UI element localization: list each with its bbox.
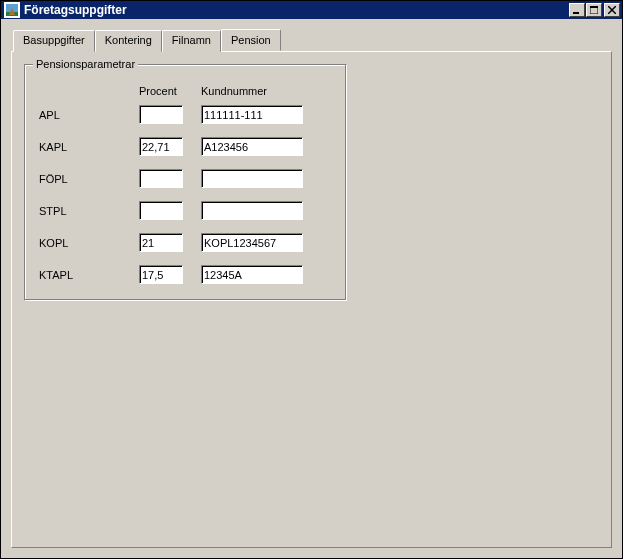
titlebar: Företagsuppgifter bbox=[1, 1, 622, 19]
maximize-button[interactable] bbox=[586, 3, 602, 17]
tab-filnamn[interactable]: Filnamn bbox=[162, 30, 221, 52]
input-ktapl-kundnummer[interactable] bbox=[201, 265, 303, 284]
input-stpl-kundnummer[interactable] bbox=[201, 201, 303, 220]
close-button[interactable] bbox=[604, 3, 620, 17]
app-window: Företagsuppgifter Basuppgifter Kontering… bbox=[0, 0, 623, 559]
label-kopl: KOPL bbox=[39, 237, 139, 249]
row-stpl: STPL bbox=[39, 201, 332, 220]
header-procent: Procent bbox=[139, 85, 201, 97]
client-area: Basuppgifter Kontering Filnamn Pension P… bbox=[1, 19, 622, 558]
groupbox-pensionsparametrar: Pensionsparametrar Procent Kundnummer AP… bbox=[24, 64, 347, 301]
row-fopl: FÖPL bbox=[39, 169, 332, 188]
input-stpl-procent[interactable] bbox=[139, 201, 183, 220]
row-kapl: KAPL bbox=[39, 137, 332, 156]
svg-rect-6 bbox=[590, 6, 598, 8]
input-kopl-procent[interactable] bbox=[139, 233, 183, 252]
row-kopl: KOPL bbox=[39, 233, 332, 252]
row-apl: APL bbox=[39, 105, 332, 124]
window-controls bbox=[569, 3, 620, 17]
header-kundnummer: Kundnummer bbox=[201, 85, 267, 97]
input-fopl-procent[interactable] bbox=[139, 169, 183, 188]
input-apl-procent[interactable] bbox=[139, 105, 183, 124]
svg-rect-4 bbox=[573, 12, 579, 14]
input-kapl-kundnummer[interactable] bbox=[201, 137, 303, 156]
tab-kontering[interactable]: Kontering bbox=[95, 30, 162, 52]
tab-panel-pension: Pensionsparametrar Procent Kundnummer AP… bbox=[11, 51, 612, 548]
label-kapl: KAPL bbox=[39, 141, 139, 153]
row-ktapl: KTAPL bbox=[39, 265, 332, 284]
label-ktapl: KTAPL bbox=[39, 269, 139, 281]
tab-pension[interactable]: Pension bbox=[221, 29, 281, 51]
groupbox-legend: Pensionsparametrar bbox=[33, 58, 138, 70]
input-kopl-kundnummer[interactable] bbox=[201, 233, 303, 252]
minimize-button[interactable] bbox=[569, 3, 585, 17]
input-kapl-procent[interactable] bbox=[139, 137, 183, 156]
label-apl: APL bbox=[39, 109, 139, 121]
label-stpl: STPL bbox=[39, 205, 139, 217]
input-fopl-kundnummer[interactable] bbox=[201, 169, 303, 188]
tab-basuppgifter[interactable]: Basuppgifter bbox=[13, 30, 95, 52]
label-fopl: FÖPL bbox=[39, 173, 139, 185]
column-headers: Procent Kundnummer bbox=[39, 85, 332, 97]
window-title: Företagsuppgifter bbox=[24, 3, 569, 17]
app-icon bbox=[4, 2, 20, 18]
tab-strip: Basuppgifter Kontering Filnamn Pension bbox=[13, 29, 612, 51]
input-ktapl-procent[interactable] bbox=[139, 265, 183, 284]
input-apl-kundnummer[interactable] bbox=[201, 105, 303, 124]
